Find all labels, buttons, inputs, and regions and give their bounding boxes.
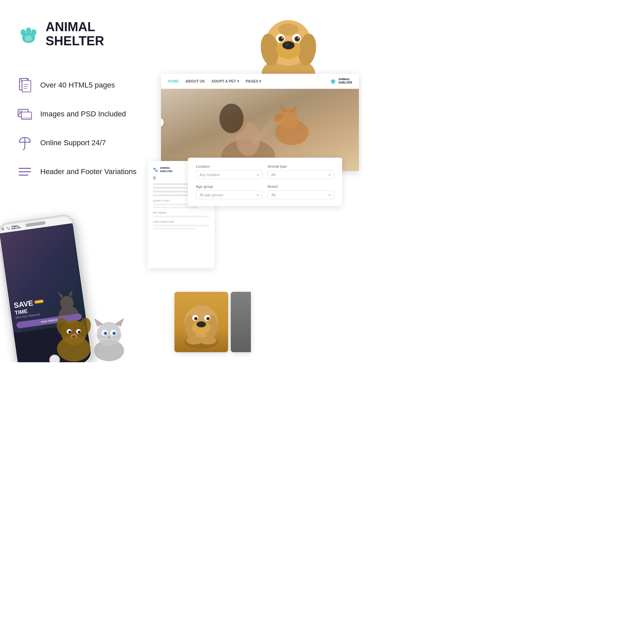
feature-pages-text: Over 40 HTML5 pages bbox=[40, 81, 115, 90]
svg-point-74 bbox=[331, 80, 332, 82]
about-paw-icon: 🐾 bbox=[153, 167, 158, 172]
pet-card-partial[interactable] bbox=[231, 292, 251, 352]
animal-type-value: All bbox=[271, 173, 275, 177]
features-list: Over 40 HTML5 pages Images and PSD Inclu… bbox=[17, 77, 137, 193]
logo-area: ANIMAL SHELTER bbox=[17, 20, 104, 48]
svg-point-100 bbox=[196, 318, 197, 319]
nav-logo: ANIMAL SHELTER bbox=[330, 78, 352, 85]
umbrella-icon bbox=[17, 135, 33, 151]
age-group-label: Age group bbox=[196, 184, 262, 189]
puppies-area bbox=[50, 309, 131, 362]
paw-logo-icon bbox=[17, 22, 40, 46]
svg-point-95 bbox=[197, 321, 206, 327]
image-icon bbox=[17, 106, 33, 122]
svg-point-71 bbox=[298, 37, 299, 39]
svg-point-72 bbox=[278, 23, 299, 36]
logo-text: ANIMAL SHELTER bbox=[46, 20, 104, 48]
svg-point-76 bbox=[334, 80, 335, 82]
right-panel: HOME ABOUT US ADOPT A PET ▾ PAGES ▾ bbox=[168, 0, 362, 362]
location-label: Location bbox=[196, 164, 262, 168]
about-line-5 bbox=[153, 228, 195, 229]
animal-type-label: Animal type bbox=[268, 164, 334, 168]
svg-point-3 bbox=[31, 29, 37, 36]
feature-pages: Over 40 HTML5 pages bbox=[17, 77, 137, 93]
feature-support-text: Online Support 24/7 bbox=[40, 139, 106, 147]
svg-point-75 bbox=[332, 79, 334, 81]
about-brand-text: ANIMALSHELTER bbox=[160, 166, 172, 173]
menu-lines-icon bbox=[17, 164, 33, 180]
breed-field: Breed All ▾ bbox=[268, 184, 334, 199]
chevron-down-icon: ▾ bbox=[237, 79, 239, 84]
svg-point-45 bbox=[105, 332, 106, 334]
svg-point-31 bbox=[68, 331, 71, 333]
svg-marker-87 bbox=[289, 104, 297, 113]
svg-point-34 bbox=[72, 335, 76, 338]
breed-dropdown[interactable]: All ▾ bbox=[268, 191, 334, 199]
phone-paw-icon: 🐾 bbox=[6, 226, 10, 230]
kitten-icon bbox=[87, 309, 131, 362]
about-line-4 bbox=[153, 225, 209, 226]
nav-pages-link[interactable]: PAGES ▾ bbox=[246, 79, 262, 84]
svg-point-36 bbox=[97, 322, 121, 346]
location-chevron-icon: ▾ bbox=[257, 173, 259, 177]
feature-images: Images and PSD Included bbox=[17, 106, 137, 122]
svg-rect-9 bbox=[22, 80, 31, 92]
phone-your-label: YOUR bbox=[34, 300, 43, 304]
website-mockup: HOME ABOUT US ADOPT A PET ▾ PAGES ▾ bbox=[161, 74, 359, 171]
search-grid: Location Any location ▾ Animal type All … bbox=[196, 164, 334, 199]
animal-type-field: Animal type All ▾ bbox=[268, 164, 334, 179]
svg-point-46 bbox=[114, 332, 115, 334]
feature-header-text: Header and Footer Variations bbox=[40, 167, 137, 176]
nav-about-link[interactable]: ABOUT US bbox=[185, 79, 205, 83]
animal-type-chevron-icon: ▾ bbox=[329, 173, 330, 177]
svg-point-32 bbox=[78, 331, 80, 333]
about-section-label-3: LAST ADOPTION bbox=[153, 221, 209, 223]
svg-point-101 bbox=[208, 318, 209, 319]
phone-brand: ANIMALSHELTER bbox=[11, 224, 21, 230]
phone-menu-icon: ☰ bbox=[1, 227, 4, 231]
pet-card-golden-dog[interactable] bbox=[174, 292, 228, 352]
golden-dog-card-icon bbox=[178, 295, 225, 349]
age-group-field: Age group All age groups ▾ bbox=[196, 184, 262, 199]
svg-marker-86 bbox=[280, 104, 288, 113]
svg-point-62 bbox=[282, 41, 294, 49]
nav-paw-icon bbox=[330, 78, 336, 85]
breed-value: All bbox=[271, 193, 275, 197]
nav-links: HOME ABOUT US ADOPT A PET ▾ PAGES ▾ bbox=[168, 79, 261, 84]
pet-card-golden-dog-inner bbox=[174, 292, 228, 352]
age-group-chevron-icon: ▾ bbox=[257, 193, 259, 197]
pet-cards-row bbox=[174, 292, 251, 352]
animal-type-dropdown[interactable]: All ▾ bbox=[268, 170, 334, 179]
breed-chevron-icon: ▾ bbox=[329, 193, 330, 197]
location-dropdown[interactable]: Any location ▾ bbox=[196, 170, 262, 179]
document-icon bbox=[17, 77, 33, 93]
breed-label: Breed bbox=[268, 184, 334, 189]
svg-point-103 bbox=[200, 336, 216, 344]
nav-logo-text: ANIMAL SHELTER bbox=[338, 78, 352, 85]
chevron-down-icon: ▾ bbox=[259, 79, 261, 84]
age-group-value: All age groups bbox=[200, 193, 223, 197]
location-value: Any location bbox=[200, 173, 220, 177]
feature-header: Header and Footer Variations bbox=[17, 164, 137, 180]
age-group-dropdown[interactable]: All age groups ▾ bbox=[196, 191, 262, 199]
svg-point-70 bbox=[281, 37, 283, 39]
nav-home-link[interactable]: HOME bbox=[168, 79, 179, 83]
svg-point-4 bbox=[25, 35, 32, 41]
search-filter-panel: Location Any location ▾ Animal type All … bbox=[188, 158, 342, 206]
svg-point-1 bbox=[20, 29, 26, 36]
location-field: Location Any location ▾ bbox=[196, 164, 262, 179]
about-section-label-2: PET NEWS bbox=[153, 212, 209, 214]
feature-support: Online Support 24/7 bbox=[17, 135, 137, 151]
about-line-2 bbox=[153, 207, 198, 208]
svg-point-2 bbox=[26, 28, 31, 34]
svg-point-63 bbox=[285, 44, 289, 46]
about-line-3 bbox=[153, 216, 209, 217]
nav-adopt-link[interactable]: ADOPT A PET ▾ bbox=[211, 79, 239, 84]
mockup-navbar: HOME ABOUT US ADOPT A PET ▾ PAGES ▾ bbox=[161, 74, 359, 89]
svg-point-81 bbox=[219, 104, 244, 133]
feature-images-text: Images and PSD Included bbox=[40, 110, 126, 118]
